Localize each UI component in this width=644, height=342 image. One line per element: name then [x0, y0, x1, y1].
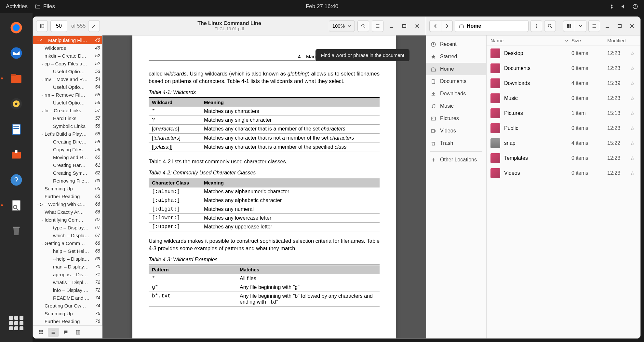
volume-icon[interactable] [621, 4, 626, 9]
dock-help[interactable]: ? [7, 171, 26, 189]
outline-item[interactable]: man – Display…70 [33, 263, 102, 270]
outline-item[interactable]: which – Displa…67 [33, 231, 102, 239]
star-button[interactable]: ☆ [630, 155, 637, 161]
outline-item[interactable]: Creating Sym…62 [33, 169, 102, 177]
dock-writer[interactable] [7, 120, 26, 139]
outline-item[interactable]: Wildcards49 [33, 44, 102, 52]
outline-item[interactable]: ⌄rm – Remove Fil…55 [33, 91, 102, 99]
annotate-button[interactable] [88, 20, 100, 32]
menu-button[interactable] [372, 20, 383, 32]
files-menu-button[interactable] [530, 20, 542, 32]
network-icon[interactable] [609, 4, 615, 9]
annotations-view-button[interactable] [60, 328, 71, 337]
outline-item[interactable]: Summing Up65 [33, 185, 102, 192]
page-view[interactable]: Find a word or phrase in the document 4 … [102, 35, 426, 338]
star-button[interactable]: ☆ [630, 140, 637, 146]
outline-item[interactable]: Further Reading65 [33, 192, 102, 200]
minimize-button[interactable] [386, 21, 396, 31]
outline-item[interactable]: mkdir – Create D…52 [33, 52, 102, 60]
file-row[interactable]: Downloads4 items15:39☆ [487, 76, 640, 91]
thumbnails-view-button[interactable] [35, 328, 47, 337]
star-button[interactable]: ☆ [630, 125, 637, 131]
outline-item[interactable]: help – Get Hel…68 [33, 247, 102, 255]
back-button[interactable] [429, 20, 441, 32]
dock-evince[interactable] [7, 196, 26, 215]
outline-item[interactable]: Moving and R…60 [33, 153, 102, 161]
maximize-button[interactable] [399, 21, 409, 31]
hamburger-button[interactable] [588, 20, 600, 32]
outline-sidebar[interactable]: ⌄4 – Manipulating Fil…49Wildcards49mkdir… [33, 35, 102, 325]
file-row[interactable]: Desktop0 items12:23☆ [487, 46, 640, 61]
outline-item[interactable]: ⌄Let's Build a Play…58 [33, 130, 102, 138]
close-button[interactable] [412, 21, 423, 31]
outline-item[interactable]: ⌄cp – Copy Files a…52 [33, 60, 102, 67]
toggle-sidebar-button[interactable] [36, 20, 48, 32]
star-button[interactable]: ☆ [630, 95, 637, 102]
star-button[interactable]: ☆ [630, 65, 637, 72]
file-row[interactable]: Pictures1 item15:13☆ [487, 106, 640, 121]
outline-item[interactable]: ⌄mv – Move and R…54 [33, 75, 102, 83]
files-columns-header[interactable]: Name Size Modified [487, 35, 640, 46]
outline-item[interactable]: Creating Har…61 [33, 161, 102, 169]
outline-item[interactable]: --help – Displa…69 [33, 255, 102, 263]
sidebar-item-documents[interactable]: Documents [426, 75, 486, 88]
activities-button[interactable]: Activities [6, 3, 28, 10]
file-row[interactable]: Public0 items12:23☆ [487, 121, 640, 136]
outline-item[interactable]: info – Display …72 [33, 286, 102, 294]
dock-rhythmbox[interactable] [7, 94, 26, 113]
outline-item[interactable]: whatis – Displ…72 [33, 278, 102, 286]
star-button[interactable]: ☆ [630, 80, 637, 87]
file-row[interactable]: Music0 items12:23☆ [487, 91, 640, 106]
sidebar-item-pictures[interactable]: Pictures [426, 112, 486, 125]
star-button[interactable]: ☆ [630, 110, 637, 116]
page-number-input[interactable] [50, 20, 67, 32]
path-bar[interactable]: Home [455, 20, 529, 32]
show-applications[interactable] [9, 316, 23, 330]
dock-thunderbird[interactable] [7, 44, 26, 62]
outline-item[interactable]: Further Reading76 [33, 317, 102, 325]
file-row[interactable]: snap4 items15:22☆ [487, 136, 640, 151]
outline-item[interactable]: type – Display…67 [33, 224, 102, 231]
sidebar-item-recent[interactable]: Recent [426, 38, 486, 50]
outline-item[interactable]: ⌄Identifying Com…67 [33, 216, 102, 224]
files-close-button[interactable] [627, 21, 637, 31]
dock-trash[interactable] [7, 221, 26, 240]
star-button[interactable]: ☆ [630, 50, 637, 57]
outline-item[interactable]: Useful Optio…53 [33, 67, 102, 75]
dock-files[interactable] [7, 69, 26, 88]
forward-button[interactable] [441, 20, 453, 32]
outline-item[interactable]: ⌄Getting a Comm…68 [33, 239, 102, 247]
sidebar-item-home[interactable]: Home [426, 63, 486, 75]
sidebar-item-videos[interactable]: Videos [426, 125, 486, 137]
outline-item[interactable]: Useful Optio…54 [33, 83, 102, 91]
outline-view-button[interactable] [48, 328, 59, 337]
dock-firefox[interactable] [7, 18, 26, 37]
outline-item[interactable]: README and …74 [33, 294, 102, 302]
files-maximize-button[interactable] [614, 21, 625, 31]
outline-item[interactable]: Creating Dire…58 [33, 138, 102, 145]
outline-item[interactable]: Symbolic Links58 [33, 122, 102, 130]
grid-view-button[interactable] [563, 20, 575, 32]
outline-item[interactable]: ⌄5 – Working with C…66 [33, 200, 102, 208]
star-button[interactable]: ☆ [630, 170, 637, 176]
power-icon[interactable] [632, 4, 638, 9]
files-minimize-button[interactable] [602, 21, 612, 31]
files-search-button[interactable] [544, 20, 556, 32]
sidebar-item-trash[interactable]: Trash [426, 137, 486, 149]
outline-item[interactable]: Creating Our Ow…74 [33, 302, 102, 309]
outline-item[interactable]: Hard Links57 [33, 114, 102, 122]
outline-item[interactable]: Copying Files59 [33, 145, 102, 153]
outline-item[interactable]: apropos – Dis…71 [33, 270, 102, 278]
file-row[interactable]: Documents0 items12:23☆ [487, 61, 640, 76]
file-row[interactable]: Templates0 items12:23☆ [487, 151, 640, 166]
zoom-selector[interactable]: 100% [329, 20, 355, 32]
sidebar-item-starred[interactable]: Starred [426, 50, 486, 63]
dock-software[interactable] [7, 145, 26, 164]
bookmarks-view-button[interactable] [73, 328, 84, 337]
sidebar-other-locations[interactable]: Other Locations [426, 154, 486, 166]
outline-item[interactable]: What Exactly Ar…66 [33, 208, 102, 216]
outline-item[interactable]: ⌄ln – Create Links57 [33, 106, 102, 114]
outline-item[interactable]: ⌄4 – Manipulating Fil…49 [33, 36, 102, 44]
file-row[interactable]: Videos0 items12:23☆ [487, 166, 640, 181]
outline-item[interactable]: Useful Optio…56 [33, 99, 102, 106]
